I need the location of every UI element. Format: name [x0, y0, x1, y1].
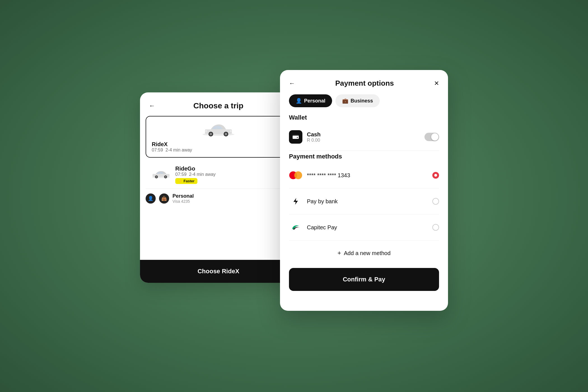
mastercard-label: **** **** **** 1343 — [307, 172, 428, 179]
mc-orange-circle — [294, 171, 302, 179]
svg-point-3 — [209, 133, 212, 136]
svg-rect-16 — [293, 136, 299, 137]
bank-bolt-icon — [289, 196, 302, 206]
plus-icon: + — [337, 249, 341, 257]
divider-4 — [289, 240, 439, 241]
trip-options-list: RideX 07:59 2-4 min away — [140, 116, 297, 189]
svg-point-5 — [225, 133, 227, 136]
svg-point-17 — [297, 137, 298, 138]
personal-row: 👤 👜 Personal Visa 4235 — [140, 189, 297, 208]
personal-info: Personal Visa 4235 — [172, 193, 291, 204]
ridego-option[interactable]: RideGo 07:59 2-4 min away ⚡ Faster — [146, 161, 291, 189]
personal-tab-label: Personal — [304, 98, 325, 104]
bag-icon: 👜 — [159, 193, 169, 204]
payment-back-arrow[interactable]: ← — [289, 80, 295, 87]
faster-badge: ⚡ Faster — [175, 178, 197, 184]
divider-1 — [289, 150, 439, 151]
divider-2 — [289, 188, 439, 188]
business-tab-label: Business — [351, 98, 373, 104]
cash-wallet-icon — [289, 130, 302, 144]
bank-radio[interactable] — [432, 198, 439, 205]
bank-label: Pay by bank — [307, 198, 428, 205]
personal-name: Personal — [172, 193, 291, 199]
mastercard-radio-selected[interactable] — [432, 172, 439, 179]
person-icon: 👤 — [296, 98, 302, 104]
cash-name: Cash — [307, 131, 420, 138]
back-arrow-icon[interactable]: ← — [149, 102, 155, 109]
cash-amount: R 0.00 — [307, 138, 420, 143]
capitec-radio[interactable] — [432, 224, 439, 231]
ridex-info: 07:59 2-4 min away — [152, 148, 285, 153]
confirm-pay-button[interactable]: Confirm & Pay — [289, 268, 439, 291]
ridex-option[interactable]: RideX 07:59 2-4 min away — [146, 116, 291, 158]
briefcase-icon: 💼 — [342, 98, 348, 104]
mastercard-icon — [289, 170, 302, 180]
ridego-details: RideGo 07:59 2-4 min away ⚡ Faster — [175, 165, 286, 184]
ridego-car-image — [151, 169, 171, 181]
ridego-info: 07:59 2-4 min away — [175, 172, 286, 177]
svg-point-13 — [165, 176, 166, 178]
cash-toggle[interactable] — [424, 133, 439, 141]
back-card-header: ← Choose a trip — [140, 92, 297, 116]
cash-details: Cash R 0.00 — [307, 131, 420, 143]
capitec-label: Capitec Pay — [307, 224, 428, 231]
personal-tab[interactable]: 👤 Personal — [289, 94, 332, 107]
avatar-icon: 👤 — [146, 193, 156, 204]
account-type-toggle: 👤 Personal 💼 Business — [280, 94, 448, 114]
payment-methods-title: Payment methods — [280, 153, 448, 165]
mastercard-method[interactable]: **** **** **** 1343 — [280, 165, 448, 186]
personal-visa: Visa 4235 — [172, 199, 291, 204]
payment-header: ← Payment options ✕ — [280, 70, 448, 94]
cash-wallet-row: Cash R 0.00 — [280, 126, 448, 148]
capitec-icon — [289, 222, 302, 232]
svg-rect-6 — [230, 130, 232, 132]
choose-trip-title: Choose a trip — [161, 101, 276, 110]
add-payment-method[interactable]: + Add a new method — [280, 243, 448, 263]
payment-title: Payment options — [295, 79, 434, 88]
close-icon[interactable]: ✕ — [434, 80, 439, 87]
pay-by-bank-method[interactable]: Pay by bank — [280, 191, 448, 212]
ridego-name: RideGo — [175, 165, 286, 172]
wallet-section-title: Wallet — [280, 114, 448, 126]
svg-rect-7 — [205, 130, 207, 132]
ridex-name: RideX — [152, 141, 285, 148]
ridex-car-image — [152, 121, 285, 138]
payment-options-card: ← Payment options ✕ 👤 Personal 💼 Busines… — [280, 70, 448, 311]
divider-3 — [289, 214, 439, 214]
choose-trip-card: ← Choose a trip — [140, 92, 297, 283]
svg-point-11 — [156, 176, 157, 178]
choose-ridex-button[interactable]: Choose RideX — [140, 260, 297, 283]
add-method-label: Add a new method — [344, 250, 391, 256]
business-tab[interactable]: 💼 Business — [335, 94, 380, 107]
capitec-method[interactable]: Capitec Pay — [280, 217, 448, 238]
